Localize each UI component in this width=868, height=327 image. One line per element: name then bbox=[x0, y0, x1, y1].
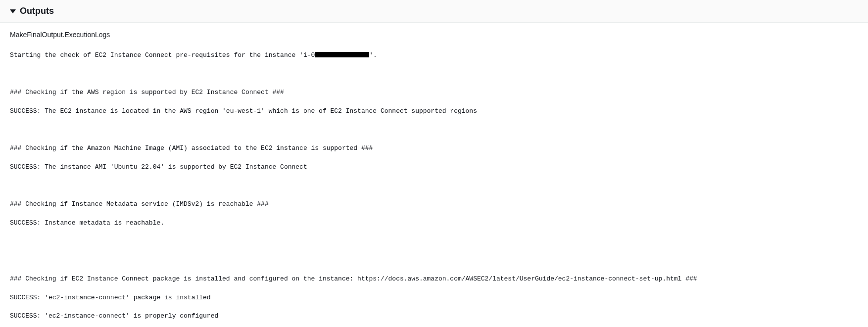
execution-log: Starting the check of EC2 Instance Conne… bbox=[10, 42, 858, 327]
log-line: ### Checking if Instance Metadata servic… bbox=[10, 200, 858, 209]
section-label: MakeFinalOutput.ExecutionLogs bbox=[10, 31, 858, 39]
log-line: SUCCESS: The EC2 instance is located in … bbox=[10, 107, 858, 116]
log-line bbox=[10, 256, 858, 265]
log-line bbox=[10, 237, 858, 247]
outputs-title: Outputs bbox=[20, 6, 54, 16]
outputs-content: MakeFinalOutput.ExecutionLogs Starting t… bbox=[0, 23, 868, 327]
log-line bbox=[10, 70, 858, 79]
log-line: SUCCESS: The instance AMI 'Ubuntu 22.04'… bbox=[10, 163, 858, 172]
log-line: SUCCESS: 'ec2-instance-connect' package … bbox=[10, 293, 858, 303]
log-line bbox=[10, 182, 858, 191]
log-line: Starting the check of EC2 Instance Conne… bbox=[10, 51, 858, 60]
log-line: SUCCESS: 'ec2-instance-connect' is prope… bbox=[10, 312, 858, 321]
redacted-instance-id bbox=[315, 52, 369, 57]
log-line: ### Checking if EC2 Instance Connect pac… bbox=[10, 275, 858, 284]
log-line: SUCCESS: Instance metadata is reachable. bbox=[10, 219, 858, 228]
log-line: ### Checking if the AWS region is suppor… bbox=[10, 88, 858, 97]
outputs-header[interactable]: Outputs bbox=[0, 0, 868, 23]
caret-down-icon bbox=[10, 9, 16, 13]
log-line bbox=[10, 126, 858, 135]
log-line: ### Checking if the Amazon Machine Image… bbox=[10, 144, 858, 153]
